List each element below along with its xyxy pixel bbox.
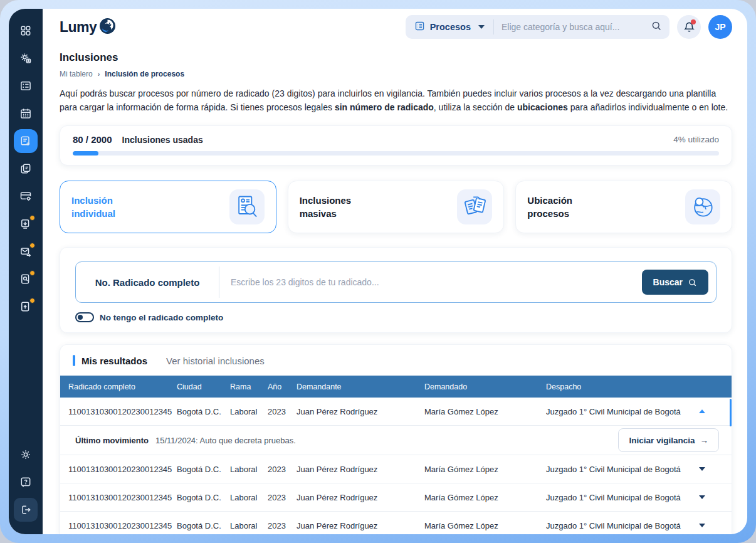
table-row[interactable]: 11001310300120230012345 Bogotá D.C. Labo… bbox=[60, 512, 732, 534]
intro-part: para añadirlos individualmente o en lote… bbox=[568, 102, 728, 112]
usage-percent: 4% utilizado bbox=[673, 135, 719, 144]
tab-historial-inclusiones[interactable]: Ver historial inclusiones bbox=[166, 356, 265, 366]
cell-despacho: Juzgado 1° Civil Municipal de Bogotá bbox=[546, 465, 691, 474]
results-card: Mis resultados Ver historial inclusiones… bbox=[60, 344, 732, 534]
logo-bird-icon bbox=[99, 18, 116, 37]
new-badge bbox=[29, 270, 35, 276]
logout-icon[interactable] bbox=[14, 498, 38, 522]
app-window: Lumy Procesos bbox=[9, 9, 747, 534]
category-label: Procesos bbox=[430, 22, 471, 32]
table-scrollbar[interactable] bbox=[730, 399, 732, 426]
cell-ciudad: Bogotá D.C. bbox=[177, 465, 230, 474]
cell-demandado: María Gómez López bbox=[424, 407, 546, 416]
cell-radicado: 11001310300120230012345 bbox=[60, 521, 177, 530]
cell-rama: Laboral bbox=[230, 407, 268, 416]
list-icon bbox=[414, 21, 425, 34]
mail-send-icon[interactable] bbox=[14, 240, 38, 263]
search-field-wrap bbox=[494, 20, 669, 34]
card-inclusion-individual[interactable]: Inclusiónindividual bbox=[60, 181, 276, 233]
collapse-icon[interactable] bbox=[699, 409, 705, 413]
table-icon[interactable] bbox=[14, 74, 38, 98]
copy-documents-icon[interactable] bbox=[14, 157, 38, 181]
logo[interactable]: Lumy bbox=[60, 18, 116, 37]
col-demandante: Demandante bbox=[297, 382, 424, 391]
cell-rama: Laboral bbox=[230, 521, 268, 530]
radicado-label: No. Radicado completo bbox=[76, 277, 219, 288]
sidebar bbox=[9, 9, 43, 534]
topbar-right: Procesos JP bbox=[406, 15, 732, 39]
toggle-knob bbox=[78, 315, 83, 320]
toggle-row: No tengo el radicado completo bbox=[75, 312, 717, 322]
cell-rama: Laboral bbox=[230, 465, 268, 474]
buscar-button[interactable]: Buscar bbox=[642, 270, 708, 295]
settings-gear-icon[interactable] bbox=[14, 443, 38, 467]
dashboard-icon[interactable] bbox=[14, 19, 38, 43]
card-ubicacion-procesos[interactable]: Ubicaciónprocesos bbox=[515, 181, 732, 233]
expand-icon[interactable] bbox=[699, 467, 705, 471]
document-search-icon[interactable] bbox=[14, 267, 38, 291]
globe-magnifier-icon bbox=[685, 189, 720, 224]
vigilancia-label: Iniciar vigilancia bbox=[629, 436, 695, 445]
help-icon[interactable] bbox=[14, 470, 38, 494]
new-badge bbox=[29, 215, 35, 221]
page-title: Inclusiones bbox=[60, 51, 732, 64]
usage-card: 80 / 2000 Inclusiones usadas 4% utilizad… bbox=[60, 125, 732, 166]
radicado-search-card: No. Radicado completo Buscar No tengo el… bbox=[60, 247, 732, 333]
expand-icon[interactable] bbox=[699, 524, 705, 527]
search-input[interactable] bbox=[501, 22, 651, 32]
table-header-row: Radicado completo Ciudad Rama Año Demand… bbox=[60, 376, 732, 398]
table-row[interactable]: 11001310300120230012345 Bogotá D.C. Labo… bbox=[60, 483, 732, 512]
results-header: Mis resultados Ver historial inclusiones bbox=[60, 345, 732, 376]
toggle-label: No tengo el radicado completo bbox=[100, 313, 223, 322]
accent-bar bbox=[73, 355, 75, 366]
radicado-toggle[interactable] bbox=[75, 312, 94, 322]
calendar-icon[interactable] bbox=[14, 102, 38, 125]
breadcrumb: Mi tablero › Inclusión de procesos bbox=[60, 70, 732, 78]
card-title-line: masivas bbox=[300, 207, 352, 221]
settings-user-icon[interactable] bbox=[14, 46, 38, 70]
radicado-box: No. Radicado completo Buscar bbox=[75, 261, 717, 303]
cell-demandado: María Gómez López bbox=[424, 465, 546, 474]
radicado-input-wrap bbox=[219, 277, 642, 288]
expand-icon[interactable] bbox=[699, 495, 705, 499]
cell-demandante: Juan Pérez Rodríguez bbox=[297, 493, 424, 502]
cell-demandado: María Gómez López bbox=[424, 493, 546, 502]
radicado-input[interactable] bbox=[231, 277, 631, 287]
breadcrumb-root[interactable]: Mi tablero bbox=[60, 70, 93, 78]
cell-radicado: 11001310300120230012345 bbox=[60, 465, 177, 474]
document-upload-icon[interactable] bbox=[14, 295, 38, 319]
table-row[interactable]: 11001310300120230012345 Bogotá D.C. Labo… bbox=[60, 398, 732, 426]
cell-demandante: Juan Pérez Rodríguez bbox=[297, 465, 424, 474]
cell-ano: 2023 bbox=[268, 465, 297, 474]
cell-despacho: Juzgado 1° Civil Municipal de Bogotá bbox=[546, 493, 691, 502]
global-search: Procesos bbox=[406, 15, 669, 39]
card-title-line: procesos bbox=[527, 207, 572, 221]
ultimo-movimiento-detail: 15/11/2024: Auto que decreta pruebas. bbox=[155, 436, 296, 445]
cell-ciudad: Bogotá D.C. bbox=[177, 493, 230, 502]
cell-despacho: Juzgado 1° Civil Municipal de Bogotá bbox=[546, 521, 691, 530]
cell-ano: 2023 bbox=[268, 521, 297, 530]
tab-mis-resultados[interactable]: Mis resultados bbox=[81, 356, 147, 366]
ultimo-movimiento-label: Último movimiento bbox=[75, 436, 155, 445]
expanded-detail-row: Último movimiento 15/11/2024: Auto que d… bbox=[60, 426, 732, 455]
cell-demandante: Juan Pérez Rodríguez bbox=[297, 407, 424, 416]
download-report-icon[interactable] bbox=[14, 212, 38, 236]
cell-demandante: Juan Pérez Rodríguez bbox=[297, 521, 424, 530]
category-selector[interactable]: Procesos bbox=[406, 21, 493, 34]
inclusion-add-icon[interactable] bbox=[14, 129, 38, 153]
table-row[interactable]: 11001310300120230012345 Bogotá D.C. Labo… bbox=[60, 455, 732, 483]
col-despacho: Despacho bbox=[546, 382, 691, 391]
chevron-down-icon bbox=[478, 25, 485, 29]
notifications-button[interactable] bbox=[677, 15, 701, 39]
panel-settings-icon[interactable] bbox=[14, 184, 38, 208]
iniciar-vigilancia-button[interactable]: Iniciar vigilancia → bbox=[618, 428, 719, 452]
avatar[interactable]: JP bbox=[708, 15, 732, 39]
buscar-label: Buscar bbox=[653, 277, 683, 287]
cell-radicado: 11001310300120230012345 bbox=[60, 407, 177, 416]
breadcrumb-separator: › bbox=[98, 70, 100, 78]
search-icon[interactable] bbox=[651, 20, 662, 34]
mode-cards: Inclusiónindividual Inclusionesmasivas U… bbox=[60, 181, 732, 233]
card-inclusiones-masivas[interactable]: Inclusionesmasivas bbox=[288, 181, 505, 233]
intro-bold: ubicaciones bbox=[517, 102, 568, 112]
cell-ciudad: Bogotá D.C. bbox=[177, 407, 230, 416]
